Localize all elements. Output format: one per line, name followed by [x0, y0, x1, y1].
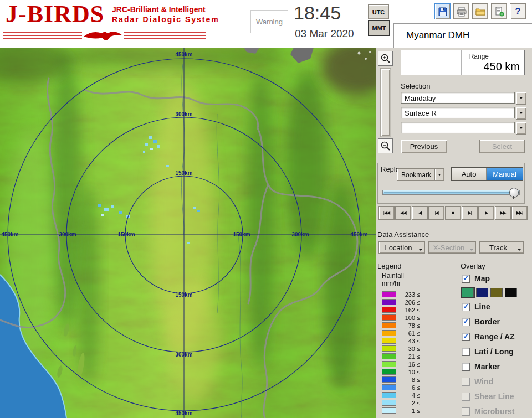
legend-color-swatch [382, 384, 396, 390]
clock-date: 03 Mar 2020 [295, 28, 354, 40]
line-checkbox-label: Line [474, 302, 490, 311]
legend-lte-symbol: ≤ [417, 376, 420, 383]
map-checkbox[interactable] [462, 275, 470, 283]
logo-subtitle-line2: Radar Dialogic System [112, 15, 219, 25]
app-logo-subtitle: JRC-Brilliant & Intelligent Radar Dialog… [112, 5, 219, 24]
overlay-options: Map Line Border Range / AZ [462, 274, 529, 416]
map-color-swatch-olive[interactable] [490, 288, 503, 297]
zoom-scrollbar[interactable] [380, 68, 391, 137]
mmt-button[interactable]: MMT [368, 20, 390, 36]
legend-lte-symbol: ≤ [417, 314, 420, 321]
map-color-swatch-navy[interactable] [476, 288, 488, 297]
legend-value: 8 [398, 376, 415, 383]
svg-text:450km: 450km [175, 51, 192, 58]
bookmark-dropdown-arrow-icon[interactable]: ▼ [434, 168, 444, 181]
svg-text:300km: 300km [175, 352, 192, 358]
marker-checkbox[interactable] [462, 363, 470, 371]
legend-value: 30 [398, 345, 415, 352]
legend-scale-row: 100≤ [382, 314, 420, 321]
overlay-row-map: Map [462, 274, 529, 283]
page-plus-icon [494, 6, 505, 17]
wind-checkbox [462, 378, 470, 386]
product-dropdown-arrow-icon[interactable]: ▼ [516, 107, 526, 120]
utc-button[interactable]: UTC [368, 4, 389, 19]
print-button[interactable] [453, 3, 469, 19]
save-button[interactable] [434, 3, 451, 19]
first-frame-button[interactable]: |◀◀ [378, 206, 395, 220]
header-bar: J-BIRDS JRC-Brilliant & Intelligent Rada… [0, 0, 532, 48]
replay-slider[interactable] [382, 190, 520, 195]
border-checkbox-label: Border [474, 317, 500, 326]
track-button[interactable]: Track [479, 241, 524, 254]
overlay-row-wind: Wind [462, 377, 529, 386]
shear-line-checkbox-label: Shear Line [474, 392, 514, 401]
legend-value: 10 [398, 369, 415, 375]
border-checkbox[interactable] [462, 318, 470, 326]
export-button[interactable] [491, 3, 507, 19]
range-divider [461, 50, 462, 75]
radar-map-display[interactable]: 450km 300km 150km 150km 300km 450km 450k… [0, 48, 376, 418]
fast-forward-button[interactable]: ▶▶ [495, 206, 511, 220]
logo-subtitle-line1: JRC-Brilliant & Intelligent [112, 5, 219, 15]
legend-lte-symbol: ≤ [417, 330, 420, 337]
select-button: Select [479, 140, 525, 153]
legend-color-swatch [382, 314, 396, 321]
bookmark-button[interactable]: Bookmark [397, 168, 436, 181]
overlay-row-microburst: Microburst [462, 407, 529, 416]
legend-color-swatch [382, 376, 396, 383]
range-az-checkbox[interactable] [462, 333, 470, 341]
legend-color-swatch [382, 407, 396, 414]
svg-text:300km: 300km [291, 231, 309, 238]
legend-color-swatch [382, 353, 396, 359]
replay-slider-line [384, 192, 517, 193]
microburst-checkbox-label: Microburst [474, 407, 514, 416]
svg-text:450km: 450km [175, 410, 192, 416]
lati-long-checkbox[interactable] [462, 348, 470, 356]
manual-button[interactable]: Manual [487, 168, 523, 180]
legend-scale-row: 6≤ [382, 384, 420, 390]
control-panel: Range 450 km Selection Mandalay ▼ Surfac… [376, 48, 532, 418]
play-button[interactable]: ▶ [478, 206, 494, 220]
extra-dropdown-arrow-icon[interactable]: ▼ [516, 122, 526, 135]
legend-lte-symbol: ≤ [417, 322, 420, 329]
svg-text:300km: 300km [59, 231, 76, 238]
last-frame-button[interactable]: ▶▶| [511, 206, 528, 220]
play-reverse-button[interactable]: ◀ [412, 206, 428, 220]
extra-dropdown[interactable] [401, 122, 515, 133]
playback-controls: |◀◀ ◀◀ ◀ |◀ ■ ▶| ▶ ▶▶ ▶▶| [378, 206, 528, 220]
legend-scale-row: 162≤ [382, 307, 420, 313]
svg-text:300km: 300km [175, 111, 192, 117]
zoom-scrollbar-thumb[interactable] [381, 69, 390, 136]
zoom-out-button[interactable] [378, 138, 393, 153]
legend-color-swatch [382, 345, 396, 352]
previous-button[interactable]: Previous [401, 140, 447, 153]
overlay-row-marker: Marker [462, 362, 529, 371]
zoom-in-button[interactable] [378, 51, 393, 66]
open-folder-button[interactable] [472, 3, 488, 19]
line-checkbox[interactable] [462, 303, 470, 311]
map-color-swatches [462, 288, 529, 297]
svg-text:450km: 450km [1, 231, 18, 238]
wind-checkbox-label: Wind [474, 377, 493, 386]
selection-label: Selection [401, 82, 430, 90]
site-dropdown[interactable]: Mandalay [401, 92, 515, 104]
auto-button[interactable]: Auto [452, 168, 487, 180]
help-button[interactable]: ? [510, 3, 526, 19]
stop-button[interactable]: ■ [445, 206, 461, 220]
legend-scale-row: 43≤ [382, 338, 420, 344]
map-color-swatch-black[interactable] [505, 288, 517, 297]
legend-value: 4 [398, 392, 415, 399]
step-back-button[interactable]: |◀ [428, 206, 444, 220]
legend-lte-symbol: ≤ [417, 299, 420, 306]
station-name: Myanmar DMH [406, 30, 469, 41]
site-dropdown-arrow-icon[interactable]: ▼ [516, 92, 526, 105]
step-forward-button[interactable]: ▶| [462, 206, 478, 220]
location-button[interactable]: Location [378, 241, 425, 254]
map-color-swatch-green[interactable] [462, 288, 474, 297]
product-dropdown[interactable]: Surface R [401, 107, 515, 118]
clock-time: 18:45 [294, 2, 341, 24]
legend-lte-symbol: ≤ [417, 392, 420, 399]
fast-rewind-button[interactable]: ◀◀ [395, 206, 411, 220]
auto-manual-toggle: Auto Manual [451, 167, 523, 181]
legend-value: 2 [398, 400, 415, 406]
